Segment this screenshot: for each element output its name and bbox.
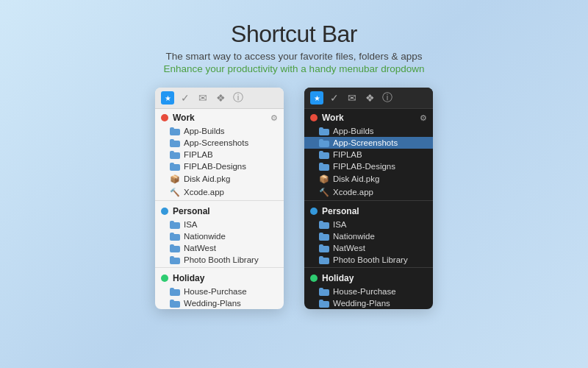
folder-icon — [170, 151, 180, 159]
list-item[interactable]: App-Builds — [155, 125, 284, 137]
pkg-icon: 📦 — [319, 174, 329, 184]
info-icon[interactable]: ⓘ — [232, 91, 245, 105]
list-item[interactable]: 📦 Disk Aid.pkg — [304, 172, 433, 185]
holiday-label: Holiday — [173, 273, 204, 283]
file-name: Disk Aid.pkg — [333, 174, 379, 183]
file-name: FIPLAB-Designs — [184, 162, 246, 171]
info-icon[interactable]: ⓘ — [381, 91, 394, 105]
file-name: NatWest — [333, 244, 365, 252]
list-item[interactable]: App-Builds — [304, 125, 433, 137]
dropbox-icon[interactable]: ❖ — [214, 91, 227, 105]
dark-toolbar: ★ ✓ ✉ ❖ ⓘ — [304, 88, 433, 109]
list-item[interactable]: Photo Booth Library — [155, 254, 284, 266]
file-name: Xcode.app — [333, 188, 373, 197]
file-name: House-Purchase — [184, 287, 247, 296]
light-personal-section-header: Personal — [155, 202, 284, 219]
file-name: Wedding-Plans — [184, 299, 241, 308]
list-item[interactable]: Wedding-Plans — [155, 297, 284, 309]
folder-icon — [170, 127, 180, 135]
light-panel: ★ ✓ ✉ ❖ ⓘ Work ⚙ App-Builds App-Screensh… — [155, 88, 284, 309]
mail-icon[interactable]: ✉ — [196, 91, 209, 105]
file-name: FIPLAB — [184, 150, 213, 159]
dark-panel: ★ ✓ ✉ ❖ ⓘ Work ⚙ App-Builds App-Screensh… — [304, 88, 433, 309]
folder-icon — [170, 221, 180, 229]
file-name: Photo Booth Library — [184, 255, 259, 264]
folder-icon — [319, 127, 329, 135]
personal-dot — [161, 208, 168, 215]
list-item[interactable]: FIPLAB — [304, 149, 433, 160]
list-item[interactable]: Nationwide — [155, 230, 284, 242]
file-name: FIPLAB-Designs — [333, 162, 395, 171]
light-work-section-header: Work ⚙ — [155, 109, 284, 125]
folder-icon — [319, 300, 329, 308]
file-name: Disk Aid.pkg — [184, 174, 230, 183]
list-item[interactable]: FIPLAB — [155, 149, 284, 160]
folder-icon — [319, 163, 329, 171]
gear-icon[interactable]: ⚙ — [420, 113, 427, 123]
list-item[interactable]: 🔨 Xcode.app — [304, 185, 433, 199]
light-holiday-section-header: Holiday — [155, 269, 284, 286]
star-icon[interactable]: ★ — [161, 91, 174, 105]
app-icon: 🔨 — [319, 187, 329, 197]
file-name: App-Builds — [184, 127, 225, 135]
pkg-icon: 📦 — [170, 174, 180, 184]
list-item[interactable]: 📦 Disk Aid.pkg — [155, 172, 284, 185]
personal-label: Personal — [173, 206, 210, 216]
file-name: ISA — [333, 220, 347, 229]
file-name: Nationwide — [184, 232, 226, 241]
file-name: Photo Booth Library — [333, 255, 408, 264]
mail-icon[interactable]: ✉ — [345, 91, 359, 105]
list-item[interactable]: ISA — [304, 219, 433, 230]
file-name: App-Screenshots — [184, 138, 248, 147]
file-name: App-Builds — [333, 127, 374, 135]
list-item[interactable]: ISA — [155, 219, 284, 230]
app-icon: 🔨 — [170, 187, 180, 197]
dropbox-icon[interactable]: ❖ — [363, 91, 376, 105]
divider — [155, 200, 284, 201]
list-item[interactable]: Photo Booth Library — [304, 254, 433, 266]
list-item[interactable]: Nationwide — [304, 230, 433, 242]
list-item[interactable]: House-Purchase — [304, 286, 433, 297]
check-icon[interactable]: ✓ — [328, 91, 341, 105]
file-name: ISA — [184, 220, 198, 229]
header: Shortcut Bar The smart way to access you… — [164, 21, 425, 74]
folder-icon — [170, 244, 180, 252]
tagline: Enhance your productivity with a handy m… — [164, 63, 425, 74]
file-name: Xcode.app — [184, 188, 224, 197]
panels-container: ★ ✓ ✉ ❖ ⓘ Work ⚙ App-Builds App-Screensh… — [155, 88, 433, 309]
folder-icon — [319, 233, 329, 241]
list-item[interactable]: FIPLAB-Designs — [304, 160, 433, 172]
star-icon[interactable]: ★ — [310, 91, 323, 105]
file-name: Nationwide — [333, 232, 375, 241]
folder-icon — [319, 256, 329, 264]
folder-icon — [170, 256, 180, 264]
list-item[interactable]: App-Screenshots — [304, 137, 433, 149]
list-item[interactable]: Wedding-Plans — [304, 297, 433, 309]
page-title: Shortcut Bar — [164, 21, 425, 48]
list-item[interactable]: NatWest — [155, 242, 284, 254]
list-item[interactable]: House-Purchase — [155, 286, 284, 297]
divider — [155, 267, 284, 268]
folder-icon — [170, 288, 180, 296]
divider — [304, 200, 433, 201]
gear-icon[interactable]: ⚙ — [270, 113, 278, 123]
file-name: NatWest — [184, 244, 216, 252]
folder-icon — [170, 139, 180, 147]
check-icon[interactable]: ✓ — [179, 91, 192, 105]
work-dot — [161, 114, 168, 121]
personal-dot — [310, 208, 318, 215]
folder-icon — [170, 163, 180, 171]
folder-icon — [170, 300, 180, 308]
work-label: Work — [173, 113, 195, 123]
work-label: Work — [322, 113, 344, 123]
work-dot — [310, 114, 318, 121]
subtitle: The smart way to access your favorite fi… — [164, 51, 425, 62]
list-item[interactable]: App-Screenshots — [155, 137, 284, 149]
folder-icon — [319, 221, 329, 229]
personal-label: Personal — [322, 206, 359, 216]
list-item[interactable]: FIPLAB-Designs — [155, 160, 284, 172]
divider — [304, 267, 433, 268]
list-item[interactable]: NatWest — [304, 242, 433, 254]
folder-icon — [319, 151, 329, 159]
list-item[interactable]: 🔨 Xcode.app — [155, 185, 284, 199]
